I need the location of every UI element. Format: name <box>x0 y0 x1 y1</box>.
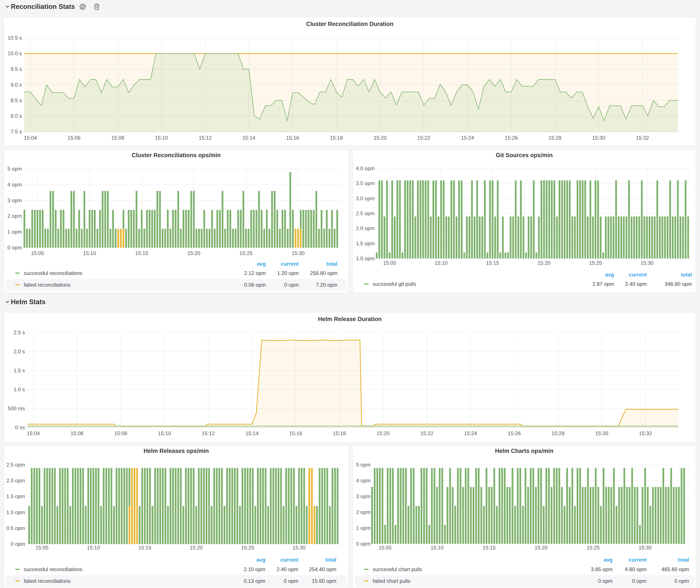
svg-text:15:15: 15:15 <box>138 545 151 551</box>
svg-text:15:10: 15:10 <box>435 260 448 266</box>
svg-text:346.80 opm: 346.80 opm <box>665 281 692 287</box>
svg-text:15:06: 15:06 <box>71 430 84 436</box>
svg-text:1 opm: 1 opm <box>7 229 22 235</box>
svg-text:15:26: 15:26 <box>508 430 521 436</box>
svg-text:0 opm: 0 opm <box>598 578 613 584</box>
svg-text:2.0 opm: 2.0 opm <box>6 478 25 483</box>
svg-text:15:15: 15:15 <box>135 250 148 256</box>
svg-text:10.0 s: 10.0 s <box>8 50 22 56</box>
svg-text:0 ns: 0 ns <box>15 425 25 430</box>
svg-text:15.60 opm: 15.60 opm <box>312 578 336 584</box>
svg-text:15:15: 15:15 <box>486 260 499 266</box>
svg-text:Helm Releases ops/min: Helm Releases ops/min <box>144 448 209 454</box>
svg-text:15:24: 15:24 <box>461 135 474 141</box>
svg-text:current: current <box>281 261 299 267</box>
svg-text:0 opm: 0 opm <box>11 541 25 547</box>
svg-text:2.87 opm: 2.87 opm <box>592 281 614 287</box>
svg-text:15:06: 15:06 <box>68 135 81 141</box>
svg-text:15:05: 15:05 <box>31 250 44 256</box>
svg-text:465.60 opm: 465.60 opm <box>661 566 689 572</box>
svg-text:successful chart pulls: successful chart pulls <box>373 566 422 572</box>
svg-text:0 opm: 0 opm <box>7 245 22 250</box>
svg-text:9.0 s: 9.0 s <box>11 82 22 88</box>
svg-text:3 opm: 3 opm <box>356 493 371 499</box>
svg-text:1.5 opm: 1.5 opm <box>356 241 375 246</box>
svg-text:4.0 opm: 4.0 opm <box>356 165 375 171</box>
svg-text:avg: avg <box>605 272 614 278</box>
svg-text:15:14: 15:14 <box>245 430 258 436</box>
svg-text:15:08: 15:08 <box>114 430 127 436</box>
svg-text:0.06 opm: 0.06 opm <box>244 282 266 288</box>
svg-text:15:24: 15:24 <box>464 430 477 436</box>
svg-text:2.5 opm: 2.5 opm <box>356 210 375 216</box>
svg-text:7.20 opm: 7.20 opm <box>316 282 337 288</box>
svg-text:2.5 s: 2.5 s <box>14 330 25 335</box>
svg-text:2.0 s: 2.0 s <box>14 349 25 354</box>
svg-text:15:20: 15:20 <box>377 430 390 436</box>
svg-text:15:32: 15:32 <box>639 430 652 436</box>
svg-text:15:25: 15:25 <box>587 545 600 551</box>
svg-text:avg: avg <box>256 557 265 563</box>
svg-text:7.5 s: 7.5 s <box>11 129 22 134</box>
svg-text:15:20: 15:20 <box>190 545 203 551</box>
svg-text:Cluster Reconciliation Duratio: Cluster Reconciliation Duration <box>306 21 394 27</box>
svg-text:15:10: 15:10 <box>87 545 100 551</box>
svg-text:0 opm: 0 opm <box>632 578 647 584</box>
svg-text:1.5 opm: 1.5 opm <box>6 493 25 499</box>
svg-text:3.0 opm: 3.0 opm <box>356 195 375 201</box>
svg-text:15:20: 15:20 <box>537 260 550 266</box>
svg-text:4 opm: 4 opm <box>7 182 22 187</box>
svg-text:avg: avg <box>257 261 266 267</box>
svg-text:failed reconciliations: failed reconciliations <box>24 282 71 288</box>
svg-text:15:05: 15:05 <box>383 260 396 266</box>
svg-text:15:30: 15:30 <box>595 430 608 436</box>
svg-text:500 ms: 500 ms <box>8 405 25 411</box>
svg-text:0 opm: 0 opm <box>284 282 299 288</box>
svg-text:current: current <box>280 557 298 563</box>
svg-text:3.5 opm: 3.5 opm <box>356 180 375 186</box>
svg-text:5 opm: 5 opm <box>7 166 22 172</box>
svg-text:Cluster Reconciliations ops/mi: Cluster Reconciliations ops/min <box>132 152 221 158</box>
svg-text:15:32: 15:32 <box>636 135 649 141</box>
svg-text:15:30: 15:30 <box>292 545 305 551</box>
svg-text:15:16: 15:16 <box>289 430 302 436</box>
svg-text:1 opm: 1 opm <box>356 525 371 531</box>
svg-text:15:12: 15:12 <box>199 135 212 141</box>
svg-text:successful reconciliations: successful reconciliations <box>24 270 82 276</box>
svg-text:2 opm: 2 opm <box>7 213 22 219</box>
svg-text:0 opm: 0 opm <box>674 578 689 584</box>
svg-text:15:05: 15:05 <box>379 545 392 551</box>
svg-text:15:08: 15:08 <box>111 135 124 141</box>
svg-text:15:20: 15:20 <box>374 135 387 141</box>
svg-text:3.85 opm: 3.85 opm <box>591 566 613 572</box>
svg-text:0.13 opm: 0.13 opm <box>244 578 265 584</box>
svg-text:15:04: 15:04 <box>27 430 40 436</box>
svg-text:current: current <box>629 272 647 278</box>
svg-text:15:30: 15:30 <box>640 260 653 266</box>
svg-text:current: current <box>629 557 647 563</box>
svg-text:1.0 s: 1.0 s <box>14 386 25 392</box>
svg-text:15:10: 15:10 <box>158 430 171 436</box>
svg-text:2.5 opm: 2.5 opm <box>6 462 25 468</box>
svg-text:5 opm: 5 opm <box>356 462 371 468</box>
svg-text:15:16: 15:16 <box>286 135 299 141</box>
svg-text:15:18: 15:18 <box>333 430 346 436</box>
svg-text:15:25: 15:25 <box>241 545 254 551</box>
svg-text:15:15: 15:15 <box>483 545 496 551</box>
svg-text:2 opm: 2 opm <box>356 509 371 515</box>
svg-text:15:30: 15:30 <box>639 545 652 551</box>
svg-text:10.5 s: 10.5 s <box>8 35 22 41</box>
svg-text:15:04: 15:04 <box>24 135 37 141</box>
svg-text:Helm Stats: Helm Stats <box>11 298 45 306</box>
svg-text:15:30: 15:30 <box>292 250 305 256</box>
svg-text:15:12: 15:12 <box>202 430 215 436</box>
svg-text:avg: avg <box>604 557 613 563</box>
svg-text:15:25: 15:25 <box>589 260 602 266</box>
svg-text:15:22: 15:22 <box>420 430 433 436</box>
svg-text:15:10: 15:10 <box>155 135 168 141</box>
svg-text:failed reconciliations: failed reconciliations <box>24 578 71 584</box>
svg-text:15:10: 15:10 <box>431 545 444 551</box>
svg-text:15:20: 15:20 <box>187 250 200 256</box>
svg-text:4 opm: 4 opm <box>356 478 371 483</box>
svg-text:total: total <box>678 557 689 563</box>
